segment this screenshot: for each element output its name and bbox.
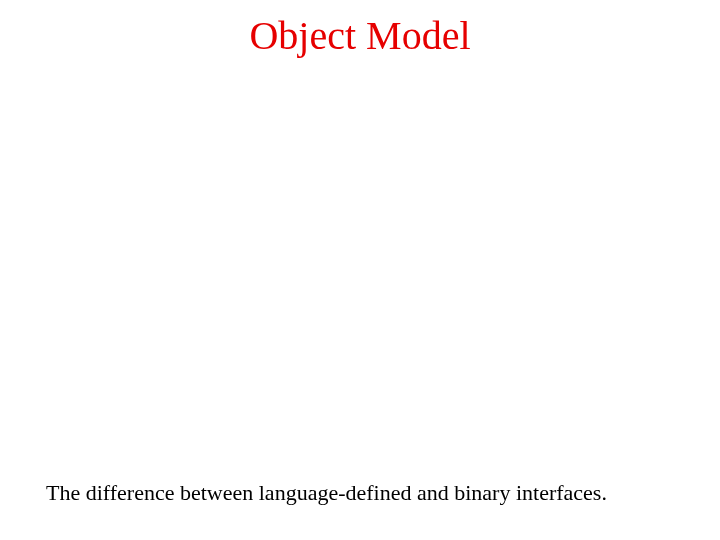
page-title: Object Model <box>0 12 720 59</box>
caption-text: The difference between language-defined … <box>46 480 607 506</box>
